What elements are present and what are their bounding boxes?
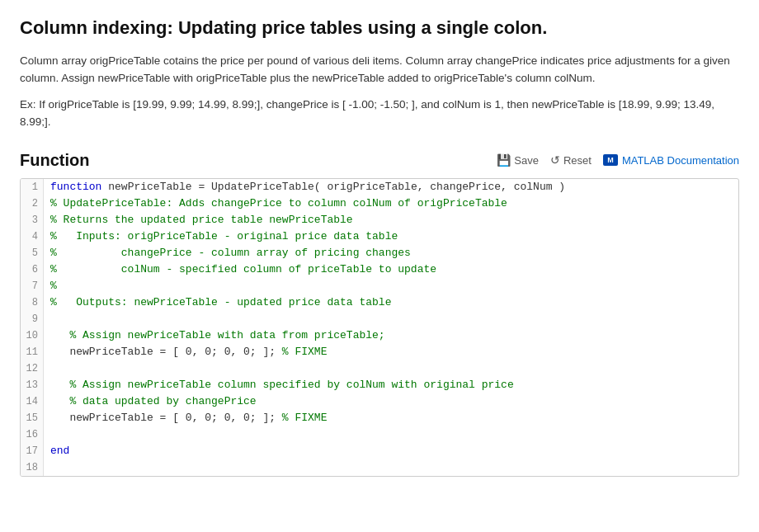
line-content[interactable]: % changePrice - column array of pricing …: [44, 245, 411, 261]
reset-label: Reset: [563, 154, 592, 167]
line-content[interactable]: end: [44, 443, 69, 459]
function-title: Function: [20, 151, 89, 170]
line-number: 10: [21, 327, 44, 344]
example-bold-2: 13.49: [683, 98, 711, 111]
line-content[interactable]: % Assign newPriceTable with data from pr…: [44, 327, 385, 344]
table-row: 14 % data updated by changePrice: [21, 393, 738, 410]
table-row: 7%: [21, 278, 738, 294]
table-row: 4% Inputs: origPriceTable - original pri…: [21, 228, 738, 245]
line-content[interactable]: % Returns the updated price table newPri…: [44, 212, 353, 228]
table-row: 3% Returns the updated price table newPr…: [21, 212, 738, 228]
table-row: 9: [21, 311, 738, 327]
table-row: 17end: [21, 443, 738, 459]
line-number: 14: [21, 393, 44, 410]
line-content[interactable]: %: [44, 278, 57, 294]
line-content[interactable]: % colNum - specified column of priceTabl…: [44, 261, 436, 278]
table-row: 10 % Assign newPriceTable with data from…: [21, 327, 738, 344]
table-row: 2% UpdatePriceTable: Adds changePrice to…: [21, 195, 738, 212]
line-number: 1: [21, 179, 44, 195]
description-2: Ex: If origPriceTable is [19.99, 9.99; 1…: [20, 96, 739, 131]
line-number: 9: [21, 311, 44, 327]
page-title: Column indexing: Updating price tables u…: [20, 16, 739, 40]
matlab-doc-button[interactable]: M MATLAB Documentation: [603, 154, 739, 167]
matlab-doc-label: MATLAB Documentation: [622, 154, 739, 167]
line-content[interactable]: % Outputs: newPriceTable - updated price…: [44, 294, 391, 311]
line-content[interactable]: % Assign newPriceTable column specified …: [44, 377, 514, 393]
line-number: 8: [21, 294, 44, 311]
reset-icon: ↺: [550, 153, 560, 167]
example-prefix: Ex: If origPriceTable is [19.99, 9.99; 1…: [20, 98, 621, 111]
table-row: 16: [21, 426, 738, 443]
line-number: 15: [21, 410, 44, 426]
table-row: 13 % Assign newPriceTable column specifi…: [21, 377, 738, 393]
line-number: 2: [21, 195, 44, 212]
line-number: 17: [21, 443, 44, 459]
line-number: 13: [21, 377, 44, 393]
matlab-icon: M: [603, 154, 618, 166]
line-content[interactable]: % UpdatePriceTable: Adds changePrice to …: [44, 195, 507, 212]
line-content[interactable]: newPriceTable = [ 0, 0; 0, 0; ]; % FIXME: [44, 344, 327, 360]
line-content[interactable]: % data updated by changePrice: [44, 393, 257, 410]
line-number: 16: [21, 426, 44, 443]
table-row: 11 newPriceTable = [ 0, 0; 0, 0; ]; % FI…: [21, 344, 738, 360]
line-content[interactable]: newPriceTable = [ 0, 0; 0, 0; ]; % FIXME: [44, 410, 327, 426]
line-content[interactable]: % Inputs: origPriceTable - original pric…: [44, 228, 398, 245]
table-row: 1function newPriceTable = UpdatePriceTab…: [21, 179, 738, 195]
toolbar: 💾 Save ↺ Reset M MATLAB Documentation: [497, 153, 739, 167]
line-number: 11: [21, 344, 44, 360]
line-number: 6: [21, 261, 44, 278]
line-content[interactable]: function newPriceTable = UpdatePriceTabl…: [44, 179, 565, 195]
line-number: 18: [21, 459, 44, 476]
save-label: Save: [514, 154, 539, 167]
function-section-header: Function 💾 Save ↺ Reset M MATLAB Documen…: [20, 151, 739, 170]
example-mid-1: , 9.99;: [649, 98, 683, 111]
line-number: 5: [21, 245, 44, 261]
line-number: 4: [21, 228, 44, 245]
table-row: 18: [21, 459, 738, 476]
line-number: 3: [21, 212, 44, 228]
table-row: 5% changePrice - column array of pricing…: [21, 245, 738, 261]
table-row: 12: [21, 360, 738, 377]
description-1: Column array origPriceTable cotains the …: [20, 52, 739, 87]
reset-button[interactable]: ↺ Reset: [550, 153, 592, 167]
line-number: 7: [21, 278, 44, 294]
line-number: 12: [21, 360, 44, 377]
save-button[interactable]: 💾 Save: [497, 153, 539, 167]
save-icon: 💾: [497, 153, 511, 167]
table-row: 6% colNum - specified column of priceTab…: [21, 261, 738, 278]
example-bold-1: 18.99: [621, 98, 649, 111]
code-editor[interactable]: 1function newPriceTable = UpdatePriceTab…: [20, 178, 739, 477]
table-row: 8% Outputs: newPriceTable - updated pric…: [21, 294, 738, 311]
table-row: 15 newPriceTable = [ 0, 0; 0, 0; ]; % FI…: [21, 410, 738, 426]
